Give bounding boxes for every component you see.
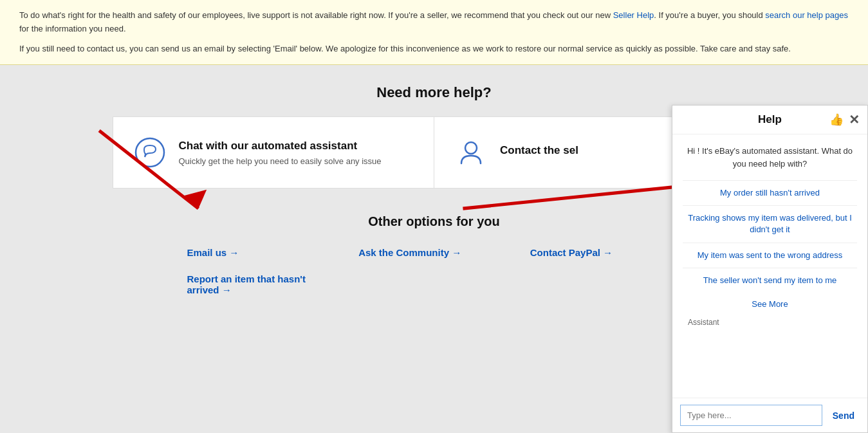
need-more-help-title: Need more help?	[26, 84, 842, 101]
help-link-wrong-address[interactable]: My item was sent to the wrong address	[683, 243, 857, 268]
help-link-tracking-delivered[interactable]: Tracking shows my item was delivered, bu…	[683, 205, 857, 242]
assistant-label: Assistant	[683, 315, 857, 329]
notice-banner: To do what's right for the health and sa…	[0, 0, 868, 65]
contact-seller-card-text: Contact the sel	[500, 144, 578, 161]
thumbs-icon[interactable]: 👍	[829, 113, 844, 127]
help-panel-footer: Send	[672, 398, 867, 432]
chat-card-title: Chat with our automated assistant	[179, 140, 382, 152]
help-link-seller-wont-send[interactable]: The seller won't send my item to me	[683, 268, 857, 293]
chat-card[interactable]: Chat with our automated assistant Quickl…	[113, 116, 434, 189]
send-button[interactable]: Send	[827, 408, 860, 423]
chat-card-subtitle: Quickly get the help you need to easily …	[179, 156, 382, 166]
other-options-grid: Email us → Ask the Community → Contact P…	[177, 244, 692, 298]
banner-line2: If you still need to contact us, you can…	[19, 42, 849, 56]
chat-icon	[134, 136, 166, 169]
search-help-link[interactable]: search our help pages	[765, 10, 848, 20]
close-button[interactable]: ✕	[849, 112, 860, 127]
help-link-order-not-arrived[interactable]: My order still hasn't arrived	[683, 180, 857, 205]
seller-help-link[interactable]: Seller Help	[613, 10, 654, 20]
banner-line1: To do what's right for the health and sa…	[19, 9, 849, 36]
report-item-link[interactable]: Report an item that hasn't arrived →	[177, 271, 349, 298]
see-more-link[interactable]: See More	[683, 293, 857, 315]
person-icon	[455, 136, 487, 169]
contact-paypal-link[interactable]: Contact PayPal →	[520, 244, 692, 261]
help-header-actions: 👍 ✕	[829, 112, 860, 127]
email-us-link[interactable]: Email us →	[177, 244, 349, 261]
chat-input[interactable]	[680, 405, 822, 426]
help-panel-header: Help 👍 ✕	[672, 106, 867, 134]
greeting-text: Hi ! It's eBay's automated assistant. Wh…	[683, 145, 857, 170]
svg-point-5	[465, 142, 477, 154]
ask-community-link[interactable]: Ask the Community →	[348, 244, 520, 261]
chat-card-text: Chat with our automated assistant Quickl…	[179, 140, 382, 166]
contact-seller-title: Contact the sel	[500, 144, 578, 157]
help-panel-title: Help	[758, 113, 782, 126]
svg-marker-1	[182, 190, 207, 208]
help-panel: Help 👍 ✕ Hi ! It's eBay's automated assi…	[672, 105, 868, 433]
help-panel-body: Hi ! It's eBay's automated assistant. Wh…	[672, 134, 867, 398]
help-cards-row: Chat with our automated assistant Quickl…	[113, 116, 756, 189]
